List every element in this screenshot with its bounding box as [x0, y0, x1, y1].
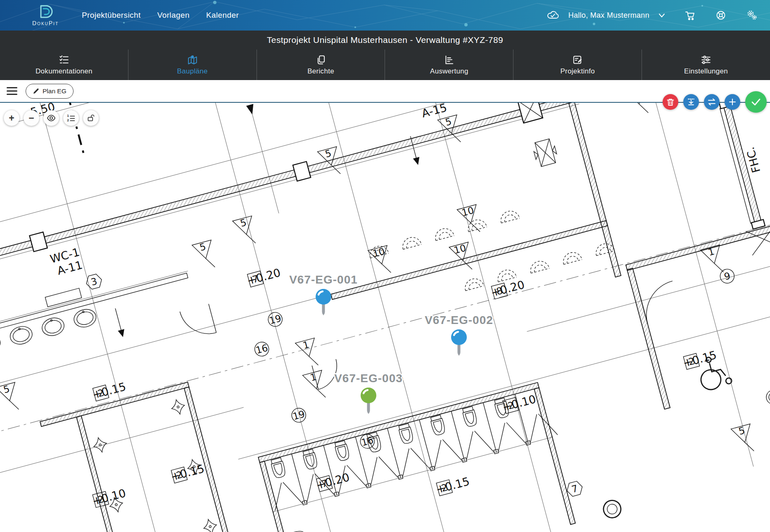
pin-list-button[interactable]: 1 2 [63, 110, 79, 126]
zoom-in-glyph: + [9, 113, 14, 124]
chevron-down-icon[interactable] [658, 13, 665, 18]
plan-canvas[interactable]: 5555551010101111191916169377+0.208+0.202… [0, 102, 770, 532]
copy-icon [316, 54, 326, 65]
plus-icon [729, 98, 736, 106]
numbered-list-icon: 1 2 [67, 113, 76, 123]
settings-gears-icon[interactable] [746, 10, 758, 21]
app-window: DokuPit Projektübersicht Vorlagen Kalend… [0, 0, 770, 532]
user-area: Hallo, Max Mustermann [547, 10, 758, 21]
project-title: Testprojekt Unispital Musterhausen - Ver… [267, 35, 503, 45]
nav-kalender[interactable]: Kalender [206, 11, 239, 20]
tab-auswertung[interactable]: Auswertung [385, 50, 513, 80]
pin-marker-icon [450, 328, 468, 358]
plan-chip[interactable]: Plan EG [26, 84, 74, 99]
visibility-button[interactable] [43, 110, 59, 126]
map-icon [187, 54, 198, 65]
swap-button[interactable] [704, 94, 720, 110]
pin-label: V67-EG-001 [289, 273, 358, 286]
trash-icon [667, 98, 674, 106]
svg-text:1: 1 [67, 114, 69, 118]
tab-label: Berichte [307, 67, 334, 76]
tab-dokumentationen[interactable]: Dokumentationen [0, 50, 128, 80]
cloud-sync-icon [547, 10, 559, 20]
menu-hamburger-icon[interactable] [7, 87, 17, 95]
pin-marker-icon [314, 288, 333, 317]
dokupit-logo-icon [37, 5, 54, 19]
project-title-bar: Testprojekt Unispital Musterhausen - Ver… [0, 31, 770, 50]
tab-berichte[interactable]: Berichte [257, 50, 385, 80]
pencil-icon [33, 88, 39, 95]
top-header: DokuPit Projektübersicht Vorlagen Kalend… [0, 0, 770, 31]
user-greeting[interactable]: Hallo, Max Mustermann [568, 11, 649, 20]
map-controls: + − 1 2 [4, 110, 99, 126]
pin-marker-icon [359, 386, 378, 416]
download-button[interactable] [683, 94, 699, 110]
plan-chip-label: Plan EG [43, 87, 67, 95]
pin-label: V67-EG-002 [425, 314, 493, 327]
zoom-out-button[interactable]: − [24, 110, 39, 126]
confirm-button[interactable] [745, 91, 767, 113]
download-icon [687, 98, 695, 106]
chart-icon [444, 54, 454, 65]
zoom-in-button[interactable]: + [4, 110, 19, 126]
nav-projektuebersicht[interactable]: Projektübersicht [82, 11, 141, 20]
document-edit-icon [572, 54, 583, 65]
delete-button[interactable] [663, 94, 678, 110]
check-icon [751, 98, 761, 106]
tab-label: Baupläne [177, 67, 208, 76]
plan-toolbar: Plan EG [0, 80, 770, 102]
plan-action-buttons [663, 91, 767, 113]
main-nav: Projektübersicht Vorlagen Kalender [82, 11, 239, 20]
tab-label: Auswertung [430, 67, 468, 76]
nav-vorlagen[interactable]: Vorlagen [157, 11, 190, 20]
pin-label: V67-EG-003 [334, 372, 403, 385]
tab-bar: Dokumentationen Baupläne Berichte Auswer… [0, 50, 770, 80]
brand-logo[interactable]: DokuPit [32, 5, 59, 26]
svg-text:2: 2 [67, 118, 69, 122]
tab-label: Einstellungen [684, 67, 728, 76]
swap-arrows-icon [708, 98, 716, 106]
support-icon[interactable] [715, 10, 726, 21]
brand-name: DokuPit [32, 20, 59, 26]
tab-einstellungen[interactable]: Einstellungen [642, 50, 770, 80]
checklist-icon [59, 54, 69, 65]
sliders-icon [701, 54, 711, 65]
tab-label: Dokumentationen [36, 67, 93, 76]
tab-bauplaene[interactable]: Baupläne [128, 50, 257, 80]
unlock-icon [87, 114, 95, 122]
tab-label: Projektinfo [560, 67, 595, 76]
zoom-out-glyph: − [29, 113, 34, 124]
eye-icon [47, 113, 56, 123]
lock-button[interactable] [83, 110, 99, 126]
cart-icon[interactable] [685, 10, 696, 21]
tab-projektinfo[interactable]: Projektinfo [513, 50, 642, 80]
add-pin-button[interactable] [725, 94, 740, 110]
pin-layer: V67-EG-001 V67-EG-002 V67-EG-003 [0, 103, 770, 532]
